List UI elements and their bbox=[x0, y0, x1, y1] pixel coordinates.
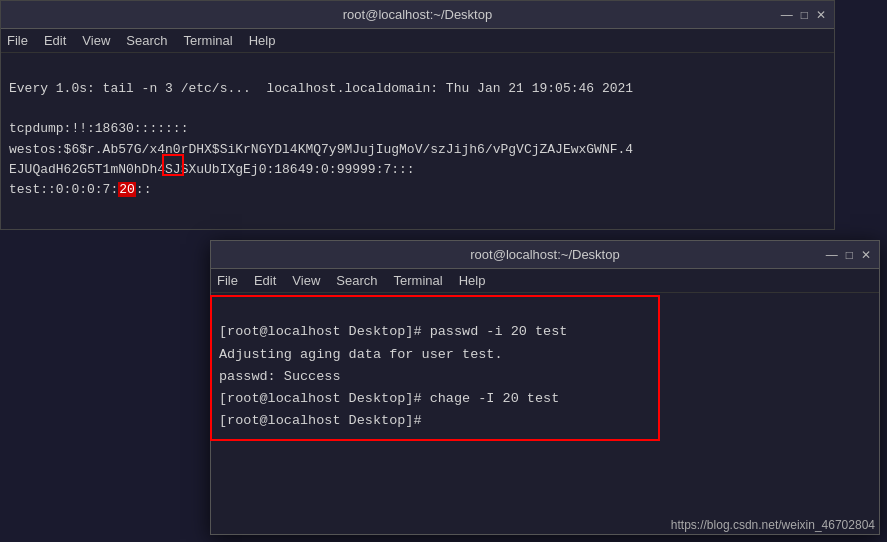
fg-terminal-content: [root@localhost Desktop]# passwd -i 20 t… bbox=[211, 293, 879, 461]
bg-terminal-content: Every 1.0s: tail -n 3 /etc/s... localhos… bbox=[1, 53, 834, 226]
fg-line1: [root@localhost Desktop]# passwd -i 20 t… bbox=[219, 324, 567, 339]
foreground-terminal: root@localhost:~/Desktop — □ ✕ File Edit… bbox=[210, 240, 880, 535]
bg-highlight-20: 20 bbox=[118, 182, 136, 197]
fg-menu-terminal[interactable]: Terminal bbox=[394, 273, 443, 288]
fg-window-controls[interactable]: — □ ✕ bbox=[826, 249, 871, 261]
fg-menu-edit[interactable]: Edit bbox=[254, 273, 276, 288]
menu-search[interactable]: Search bbox=[126, 33, 167, 48]
maximize-button[interactable]: □ bbox=[801, 9, 808, 21]
fg-line4: [root@localhost Desktop]# chage -I 20 te… bbox=[219, 391, 559, 406]
fg-maximize-button[interactable]: □ bbox=[846, 249, 853, 261]
bg-title: root@localhost:~/Desktop bbox=[343, 7, 492, 22]
fg-menu-view[interactable]: View bbox=[292, 273, 320, 288]
bg-line6: test::0:0:0:7:20:: bbox=[9, 182, 151, 197]
fg-menu-help[interactable]: Help bbox=[459, 273, 486, 288]
bg-window-controls[interactable]: — □ ✕ bbox=[781, 9, 826, 21]
menu-help[interactable]: Help bbox=[249, 33, 276, 48]
bg-line3: tcpdump:!!:18630::::::: bbox=[9, 121, 188, 136]
menu-terminal[interactable]: Terminal bbox=[184, 33, 233, 48]
background-terminal: root@localhost:~/Desktop — □ ✕ File Edit… bbox=[0, 0, 835, 230]
bg-line1: Every 1.0s: tail -n 3 /etc/s... localhos… bbox=[9, 81, 633, 96]
fg-line3: passwd: Success bbox=[219, 369, 341, 384]
minimize-button[interactable]: — bbox=[781, 9, 793, 21]
bg-titlebar: root@localhost:~/Desktop — □ ✕ bbox=[1, 1, 834, 29]
menu-file[interactable]: File bbox=[7, 33, 28, 48]
fg-menu-search[interactable]: Search bbox=[336, 273, 377, 288]
bg-line6-suffix: :: bbox=[136, 182, 152, 197]
attribution-text: https://blog.csdn.net/weixin_46702804 bbox=[671, 518, 875, 532]
menu-edit[interactable]: Edit bbox=[44, 33, 66, 48]
fg-titlebar: root@localhost:~/Desktop — □ ✕ bbox=[211, 241, 879, 269]
fg-menu-file[interactable]: File bbox=[217, 273, 238, 288]
fg-close-button[interactable]: ✕ bbox=[861, 249, 871, 261]
bg-line2 bbox=[9, 101, 17, 116]
fg-minimize-button[interactable]: — bbox=[826, 249, 838, 261]
fg-title: root@localhost:~/Desktop bbox=[470, 247, 619, 262]
fg-line5: [root@localhost Desktop]# bbox=[219, 413, 422, 428]
fg-menubar: File Edit View Search Terminal Help bbox=[211, 269, 879, 293]
bg-line5: EJUQadH62G5T1mN0hDh4SJSXuUbIXgEj0:18649:… bbox=[9, 162, 415, 177]
close-button[interactable]: ✕ bbox=[816, 9, 826, 21]
menu-view[interactable]: View bbox=[82, 33, 110, 48]
bg-menubar: File Edit View Search Terminal Help bbox=[1, 29, 834, 53]
bg-line6-prefix: test::0:0:0:7: bbox=[9, 182, 118, 197]
bg-line4: westos:$6$r.Ab57G/x4n0rDHX$SiKrNGYDl4KMQ… bbox=[9, 142, 633, 157]
fg-line2: Adjusting aging data for user test. bbox=[219, 347, 503, 362]
